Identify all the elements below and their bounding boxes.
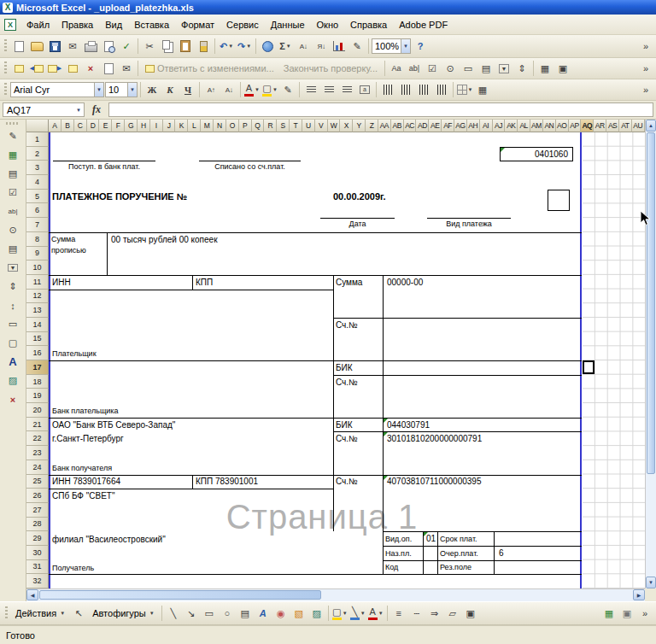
select-all-corner[interactable] (26, 120, 49, 132)
column-header[interactable]: V (315, 120, 328, 132)
menu-item[interactable]: Вставка (128, 16, 175, 33)
row-header[interactable]: 14 (26, 318, 49, 332)
print-button[interactable] (82, 38, 99, 55)
copy-button[interactable] (159, 38, 176, 55)
row-header[interactable]: 17 (26, 360, 49, 375)
barcode-style-button[interactable] (415, 81, 432, 98)
row-header[interactable]: 26 (26, 489, 49, 503)
column-header[interactable]: AK (505, 120, 518, 132)
draw-menu-button[interactable]: Действия▼ (11, 606, 69, 620)
title-bar[interactable]: X Microsoft Excel - _upload_platezhka.xl… (0, 0, 656, 15)
help-button[interactable]: ? (412, 38, 429, 55)
select-objects-button[interactable]: ↖ (70, 605, 87, 622)
scroll-up-button[interactable]: ▲ (646, 120, 656, 132)
column-header[interactable]: AQ (581, 120, 594, 132)
clipart-button[interactable]: ▧ (290, 605, 308, 622)
new-button[interactable] (10, 38, 27, 55)
align-right-button[interactable] (338, 81, 355, 98)
option-control-button[interactable]: ⊙ (442, 60, 459, 77)
column-header[interactable]: O (226, 120, 239, 132)
drawing-button[interactable]: ✎ (348, 38, 366, 55)
properties-button[interactable]: ▤ (3, 165, 23, 183)
font-name-select[interactable]: Arial Cyr▼ (10, 82, 104, 97)
row-header[interactable]: 8 (26, 232, 49, 247)
undo-button[interactable]: ↶▼ (218, 38, 235, 55)
redo-button[interactable]: ↷▼ (236, 38, 253, 55)
horizontal-scroll-thumb[interactable] (39, 590, 321, 600)
row-header[interactable]: 4 (26, 175, 49, 190)
text-box-button[interactable]: ▤ (237, 605, 254, 622)
increase-font-button[interactable]: А↑ (202, 81, 220, 98)
column-header[interactable]: AI (480, 120, 493, 132)
column-header[interactable]: I (150, 120, 163, 132)
row-header[interactable]: 2 (26, 147, 49, 161)
active-cell[interactable] (583, 360, 594, 374)
formula-input[interactable] (108, 102, 653, 117)
rectangle-button[interactable]: ▭ (201, 605, 218, 622)
row-header[interactable]: 28 (26, 518, 49, 532)
dash-style-button[interactable]: ┄ (408, 605, 425, 622)
row-header[interactable]: 24 (26, 460, 49, 475)
paste-button[interactable] (177, 38, 194, 55)
update-file-button[interactable] (100, 60, 117, 77)
column-header[interactable]: P (239, 120, 252, 132)
column-header[interactable]: W (328, 120, 341, 132)
sort-ascending-button[interactable]: А↓ (295, 38, 312, 55)
italic-button[interactable]: К (161, 81, 179, 98)
column-header[interactable]: AM (530, 120, 543, 132)
shape-line-color-button[interactable]: ╲▼ (349, 605, 366, 622)
name-box[interactable]: AQ17▼ (3, 102, 85, 117)
previous-comment-button[interactable]: ◀ (28, 60, 45, 77)
column-header[interactable]: A (49, 120, 62, 132)
column-header[interactable]: J (163, 120, 176, 132)
column-header[interactable]: X (340, 120, 353, 132)
column-header[interactable]: B (62, 120, 74, 132)
line-style-button[interactable]: ≡ (390, 605, 407, 622)
spelling-button[interactable]: ✓ (118, 38, 135, 55)
column-header[interactable]: L (188, 120, 201, 132)
shadow-style-button[interactable]: ▱ (444, 605, 461, 622)
row-header[interactable]: 9 (26, 247, 49, 261)
column-header[interactable]: Q (252, 120, 265, 132)
column-header[interactable]: AA (378, 120, 391, 132)
groupbox-form-button[interactable]: ▢ (3, 334, 23, 352)
align-center-button[interactable] (320, 81, 337, 98)
column-header[interactable]: AO (556, 120, 569, 132)
print-preview-button[interactable] (100, 38, 117, 55)
column-header[interactable]: AB (391, 120, 404, 132)
zoom-select[interactable]: 100%▼ (372, 38, 411, 54)
sort-descending-button[interactable]: Я↓ (313, 38, 330, 55)
fill-color-button[interactable]: ▢▼ (261, 81, 278, 98)
spreadsheet-cells[interactable]: Страница 1 (49, 132, 645, 588)
barcode-style-button[interactable] (397, 81, 414, 98)
row-header[interactable]: 23 (26, 446, 49, 460)
row-header[interactable]: 31 (26, 560, 49, 575)
menu-item[interactable]: Окно (311, 16, 345, 33)
toolbar-options-button[interactable]: » (637, 60, 654, 77)
toolbar-options-button[interactable]: » (636, 605, 653, 622)
arrow-style-button[interactable]: ⇒ (426, 605, 443, 622)
column-header[interactable]: AN (543, 120, 556, 132)
spinner-form-button[interactable]: ↕ (3, 296, 23, 314)
border-pencil-button[interactable]: ✎ (279, 81, 296, 98)
send-mail-button[interactable]: ✉ (118, 60, 135, 77)
row-header[interactable]: 25 (26, 475, 49, 489)
toolbar-options-button[interactable]: » (637, 38, 654, 55)
column-header[interactable]: M (201, 120, 214, 132)
scroll-down-button[interactable]: ▼ (646, 577, 656, 588)
column-header[interactable]: AE (429, 120, 442, 132)
menu-item[interactable]: Формат (175, 16, 220, 33)
barcode-style-button[interactable] (433, 81, 450, 98)
column-header[interactable]: AF (442, 120, 454, 132)
row-header[interactable]: 7 (26, 218, 49, 232)
row-header[interactable]: 1 (26, 132, 49, 147)
column-header[interactable]: N (214, 120, 226, 132)
column-header[interactable]: AD (416, 120, 429, 132)
column-header[interactable]: F (112, 120, 125, 132)
column-header[interactable]: C (74, 120, 87, 132)
column-header[interactable]: AT (619, 120, 632, 132)
font-color-button[interactable]: А▼ (243, 81, 261, 98)
insert-picture-button[interactable]: ▨ (308, 605, 325, 622)
checkbox-form-button[interactable]: ☑ (3, 184, 23, 202)
draw-pencil-button[interactable]: ✎ (3, 127, 23, 145)
